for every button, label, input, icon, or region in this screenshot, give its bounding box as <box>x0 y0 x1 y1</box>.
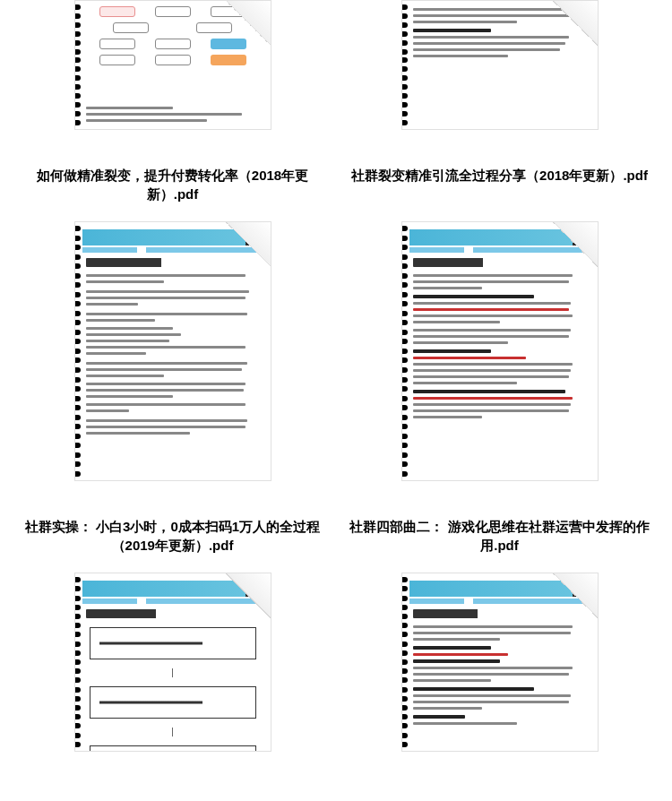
page-curl-icon <box>553 573 598 618</box>
page-curl-icon <box>226 573 271 618</box>
doc-text-preview <box>402 622 598 732</box>
spiral-binding-icon <box>74 573 82 751</box>
spiral-binding-icon <box>74 222 82 480</box>
thumbnail: 黑市 <box>74 221 271 481</box>
page-preview: 黑市 <box>401 221 599 481</box>
doc-title-line <box>413 258 530 267</box>
large-flowchart-preview <box>75 627 271 752</box>
spiral-binding-icon <box>401 222 409 480</box>
file-item[interactable]: 黑市 <box>9 221 336 555</box>
thumbnail: 黑市 <box>74 573 271 752</box>
file-title: 如何做精准裂变，提升付费转化率（2018年更新）.pdf <box>18 166 327 203</box>
page-curl-icon <box>226 222 271 267</box>
spiral-binding-icon <box>401 1 409 129</box>
file-item[interactable]: 如何做精准裂变，提升付费转化率（2018年更新）.pdf <box>9 0 336 203</box>
page-preview: 黑市 <box>74 573 271 752</box>
page-curl-icon <box>553 222 598 267</box>
doc-title-line <box>86 258 211 267</box>
file-title: 社群四部曲二： 游戏化思维在社群运营中发挥的作用.pdf <box>345 517 654 555</box>
thumbnail <box>74 0 271 130</box>
file-item[interactable]: 黑市 <box>336 573 663 752</box>
doc-title-line <box>413 609 521 618</box>
doc-text-preview <box>75 271 271 442</box>
doc-title-line <box>86 609 202 618</box>
thumbnail: 黑市 <box>401 573 599 752</box>
page-curl-icon <box>553 1 598 46</box>
page-preview: 黑市 <box>401 573 599 752</box>
file-grid: 如何做精准裂变，提升付费转化率（2018年更新）.pdf <box>0 0 672 752</box>
spiral-binding-icon <box>401 573 409 751</box>
file-item[interactable]: 黑市 <box>336 221 663 555</box>
page-curl-icon <box>226 1 271 46</box>
page-preview <box>74 0 271 130</box>
file-item[interactable]: 社群裂变精准引流全过程分享（2018年更新）.pdf <box>336 0 663 203</box>
doc-text-preview <box>402 271 598 426</box>
thumbnail: 黑市 <box>401 221 599 481</box>
file-title: 社群裂变精准引流全过程分享（2018年更新）.pdf <box>348 166 651 185</box>
file-title: 社群实操： 小白3小时，0成本扫码1万人的全过程（2019年更新）.pdf <box>18 517 327 555</box>
page-preview <box>401 0 599 130</box>
file-item[interactable]: 黑市 <box>9 573 336 752</box>
doc-footer-text <box>75 107 271 125</box>
page-preview: 黑市 <box>74 221 271 481</box>
thumbnail <box>401 0 599 130</box>
